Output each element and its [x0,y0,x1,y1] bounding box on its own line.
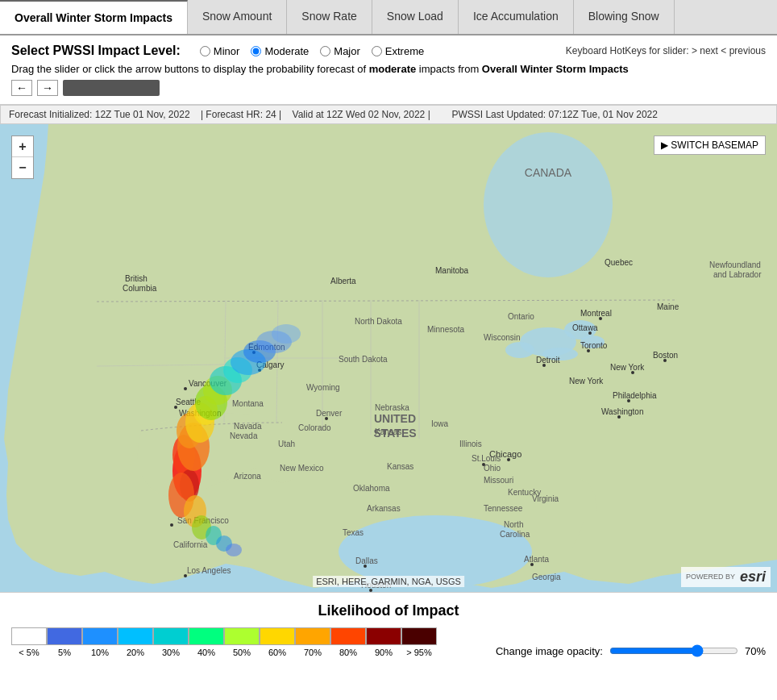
svg-text:North Dakota: North Dakota [355,317,402,326]
impact-level-label: Select PWSSI Impact Level: [11,44,181,58]
tab-bar: Overall Winter Storm Impacts Snow Amount… [0,0,777,35]
svg-text:Montreal: Montreal [580,309,612,318]
impact-radio-group: Minor Moderate Major Extreme [200,45,424,57]
svg-text:South Dakota: South Dakota [339,355,388,364]
svg-point-51 [627,399,630,402]
swatch-label-1: 5% [58,648,71,657]
svg-text:Ottawa: Ottawa [572,323,598,332]
svg-text:Arizona: Arizona [234,472,261,481]
svg-point-7 [484,132,613,277]
tab-blowing-snow[interactable]: Blowing Snow [574,0,675,34]
svg-text:Arkansas: Arkansas [367,504,401,513]
svg-point-93 [170,523,173,527]
radio-extreme[interactable]: Extreme [372,45,424,57]
legend-title: Likelihood of Impact [11,602,766,619]
swatch-label-2: 10% [91,648,109,657]
svg-point-48 [663,359,667,362]
svg-point-53 [617,415,621,419]
svg-point-135 [272,324,301,344]
zoom-out-button[interactable]: − [12,157,33,178]
svg-text:Wyoming: Wyoming [306,383,340,392]
svg-text:Iowa: Iowa [431,419,449,428]
switch-basemap-button[interactable]: ▶ SWITCH BASEMAP [654,135,766,155]
svg-text:Missouri: Missouri [484,476,513,485]
svg-point-78 [325,417,328,420]
svg-text:Dallas: Dallas [355,556,378,565]
swatch-color-3 [118,627,153,645]
svg-text:Texas: Texas [343,528,364,537]
legend-bottom: < 5%5%10%20%30%40%50%60%70%80%90%> 95% C… [11,627,766,657]
desc-emphasis: moderate [369,63,417,75]
radio-minor[interactable]: Minor [200,45,240,57]
swatch-color-6 [224,627,260,645]
svg-text:Newfoundland: Newfoundland [709,260,761,269]
prev-arrow-button[interactable]: ← [11,80,32,96]
swatch-color-10 [366,627,401,645]
tab-ice-accumulation[interactable]: Ice Accumulation [459,0,574,34]
radio-minor-label: Minor [214,45,240,57]
swatch-color-2 [82,627,118,645]
svg-text:Tennessee: Tennessee [484,504,523,513]
swatch-color-5 [189,627,224,645]
svg-text:Minnesota: Minnesota [427,325,465,334]
swatch-label-9: 80% [339,648,357,657]
svg-text:Toronto: Toronto [580,341,608,350]
swatch-color-1 [47,627,82,645]
svg-text:St.Louis: St.Louis [472,454,501,463]
svg-text:Virginia: Virginia [532,494,559,503]
zoom-in-button[interactable]: + [12,136,33,157]
svg-text:New York: New York [569,377,604,385]
svg-text:Wisconsin: Wisconsin [484,333,521,342]
forecast-last-updated: PWSSI Last Updated: 07:12Z Tue, 01 Nov 2… [451,109,658,120]
svg-text:Quebec: Quebec [605,258,633,267]
radio-moderate[interactable]: Moderate [251,45,309,57]
svg-text:Utah: Utah [278,440,295,448]
legend-swatch-1: 5% [47,627,82,657]
svg-text:Columbia: Columbia [123,284,157,293]
svg-text:North: North [504,520,523,529]
svg-text:California: California [173,540,208,549]
svg-text:CANADA: CANADA [525,166,572,179]
radio-major-label: Major [334,45,360,57]
legend-swatch-6: 50% [224,627,260,657]
legend-swatch-7: 60% [260,627,295,657]
svg-text:Montana: Montana [232,399,264,408]
swatch-color-4 [153,627,189,645]
svg-text:Kansas: Kansas [375,427,401,436]
swatch-label-4: 30% [162,648,180,657]
zoom-controls: + − [11,135,34,179]
svg-point-44 [507,458,510,461]
radio-major[interactable]: Major [320,45,360,57]
desc-prefix: Drag the slider or click the arrow butto… [11,63,366,75]
swatch-label-7: 60% [268,648,286,657]
tab-snow-amount[interactable]: Snow Amount [188,0,287,34]
powered-by-label: POWERED BY [686,573,735,581]
svg-text:Nebraska: Nebraska [375,403,409,412]
svg-text:Detroit: Detroit [536,356,560,365]
tab-snow-load[interactable]: Snow Load [372,0,459,34]
svg-text:Nevada: Nevada [230,431,258,440]
opacity-slider[interactable] [609,644,738,657]
legend-swatch-9: 80% [330,627,366,657]
legend-area: Likelihood of Impact < 5%5%10%20%30%40%5… [0,592,777,667]
swatch-label-0: < 5% [19,648,39,657]
forecast-slider[interactable] [63,80,160,96]
legend-swatch-0: < 5% [11,627,47,657]
svg-point-91 [369,589,372,592]
svg-point-40 [587,349,590,352]
legend-swatch-3: 20% [118,627,153,657]
tab-overall[interactable]: Overall Winter Storm Impacts [0,0,188,34]
svg-text:Los Angeles: Los Angeles [187,566,231,575]
legend-swatch-8: 70% [295,627,330,657]
desc-suffix: impacts from [419,63,479,75]
tab-snow-rate[interactable]: Snow Rate [287,0,372,34]
next-arrow-button[interactable]: → [37,80,58,96]
radio-moderate-label: Moderate [264,45,309,57]
svg-point-46 [631,371,634,374]
svg-text:Carolina: Carolina [500,530,530,539]
legend-swatch-5: 40% [189,627,224,657]
svg-point-42 [542,364,546,367]
svg-point-3 [505,342,534,358]
svg-text:and Labrador: and Labrador [713,270,762,279]
svg-text:UNITED: UNITED [374,412,416,425]
